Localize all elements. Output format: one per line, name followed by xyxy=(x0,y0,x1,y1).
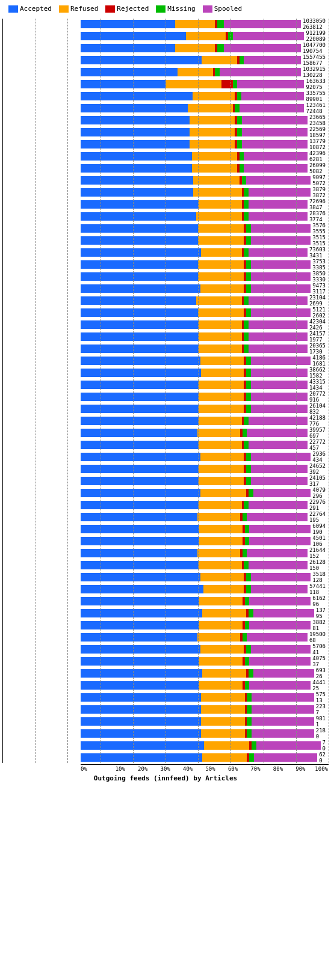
missing-segment xyxy=(243,513,247,521)
missing-segment xyxy=(249,609,253,617)
spooled-segment xyxy=(246,176,311,185)
spooled-segment xyxy=(253,489,311,497)
refused-segment xyxy=(201,717,245,726)
bar-container: 26128150 xyxy=(81,560,326,570)
legend-refused-box xyxy=(59,5,69,13)
spooled-segment xyxy=(249,441,308,449)
spooled-segment xyxy=(249,345,308,353)
bar-numbers: 6094190 xyxy=(312,523,326,536)
table-row: atman-bin1033050263812 xyxy=(81,19,326,29)
spooled-segment xyxy=(244,56,301,64)
accepted-segment xyxy=(81,188,193,197)
missing-segment xyxy=(249,669,253,678)
bar-number-top: 137 xyxy=(316,607,326,613)
chart-area: atman-bin1033050263812ipartners912199220… xyxy=(2,19,329,763)
table-row: uw-fast283763774 xyxy=(81,211,326,222)
refused-segment xyxy=(193,176,239,185)
bar-container: 39957697 xyxy=(81,428,326,438)
accepted-segment xyxy=(81,104,188,112)
bar-track xyxy=(81,489,311,497)
refused-segment xyxy=(166,80,221,88)
bar-container: 12346172448 xyxy=(81,103,326,113)
bar-number-top: 20365 xyxy=(309,343,326,349)
bar-container: 231042699 xyxy=(81,296,326,305)
bar-number-top: 72696 xyxy=(309,198,326,204)
refused-segment xyxy=(199,332,242,341)
bar-numbers: 70 xyxy=(323,740,326,752)
refused-segment xyxy=(192,164,237,173)
accepted-segment xyxy=(81,332,199,341)
refused-segment xyxy=(201,693,245,702)
missing-segment xyxy=(244,332,249,341)
refused-segment xyxy=(199,501,242,509)
bar-container: 1033050263812 xyxy=(81,19,326,29)
bar-track xyxy=(81,260,311,269)
bar-number-top: 22772 xyxy=(309,439,326,445)
table-row: bydgoszcz-fast231042699 xyxy=(81,295,326,306)
missing-segment xyxy=(246,585,251,593)
bar-container: 616296 xyxy=(81,596,326,606)
missing-segment xyxy=(246,272,251,281)
table-row: axelspringer4501106 xyxy=(81,536,326,547)
accepted-segment xyxy=(81,633,197,642)
bar-container: 35763555 xyxy=(81,224,326,233)
refused-segment xyxy=(190,116,235,124)
bar-number-top: 39957 xyxy=(309,427,326,433)
bar-number-top: 23665 xyxy=(309,114,326,120)
accepted-segment xyxy=(81,501,199,509)
spooled-segment xyxy=(249,657,311,666)
refused-segment xyxy=(199,417,242,425)
legend: Accepted Refused Rejected Missing Spoole… xyxy=(2,5,329,13)
bar-numbers: 2366523458 xyxy=(309,114,326,127)
accepted-segment xyxy=(81,645,200,654)
bar-track xyxy=(81,609,314,617)
x-tick: 0% xyxy=(81,766,103,772)
refused-segment xyxy=(204,741,249,750)
missing-segment xyxy=(237,92,241,100)
accepted-segment xyxy=(81,200,199,209)
refused-segment xyxy=(198,260,244,269)
table-row: lodman-bin2237 xyxy=(81,704,326,715)
bar-track xyxy=(81,188,311,197)
bar-numbers: 616296 xyxy=(312,595,326,608)
bar-numbers: 35763555 xyxy=(312,222,326,235)
refused-segment xyxy=(196,296,241,305)
refused-segment xyxy=(201,705,245,714)
table-row: nask1950068 xyxy=(81,632,326,643)
bar-number-top: 1557455 xyxy=(303,54,326,60)
bar-track xyxy=(81,200,308,209)
bar-container: 90975072 xyxy=(81,176,326,185)
missing-segment xyxy=(237,140,242,149)
spooled-segment xyxy=(220,68,301,76)
spooled-segment xyxy=(251,260,311,269)
table-row: e-wro241571977 xyxy=(81,331,326,342)
bar-container: 22976291 xyxy=(81,500,326,510)
table-row: lodman9811 xyxy=(81,716,326,727)
spooled-segment xyxy=(233,32,305,40)
accepted-segment xyxy=(81,693,201,702)
accepted-segment xyxy=(81,669,202,678)
bar-numbers: 22976291 xyxy=(309,499,326,512)
bar-number-top: 4079 xyxy=(312,487,326,493)
bar-container: 433151434 xyxy=(81,380,326,390)
refused-segment xyxy=(193,188,241,197)
accepted-segment xyxy=(81,308,198,317)
bar-numbers: 57441118 xyxy=(309,583,326,596)
spooled-segment xyxy=(251,477,308,485)
missing-segment xyxy=(217,20,224,28)
bar-container: 423042426 xyxy=(81,320,326,329)
x-tick: 100% xyxy=(306,766,329,772)
accepted-segment xyxy=(81,609,202,617)
bar-numbers: 283763774 xyxy=(309,210,326,223)
accepted-segment xyxy=(81,621,199,629)
bar-container: 386621582 xyxy=(81,368,326,378)
accepted-segment xyxy=(81,224,198,233)
refused-segment xyxy=(199,657,243,666)
refused-segment xyxy=(201,729,245,738)
table-row: poznan39957697 xyxy=(81,427,326,438)
spooled-segment xyxy=(240,104,305,112)
legend-spooled-label: Spooled xyxy=(214,5,242,13)
bar-track xyxy=(81,597,311,605)
bar-track xyxy=(81,357,311,365)
missing-segment xyxy=(244,248,249,257)
